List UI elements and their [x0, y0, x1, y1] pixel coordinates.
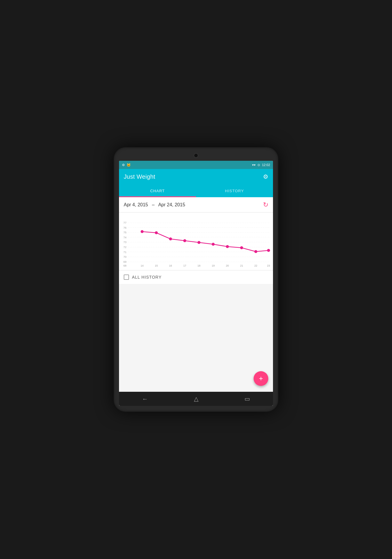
time-display: 12:02: [262, 163, 270, 167]
svg-text:14: 14: [141, 264, 144, 267]
content-area: +: [119, 284, 273, 392]
svg-point-31: [141, 230, 144, 233]
svg-text:75: 75: [123, 231, 126, 234]
svg-point-36: [212, 243, 215, 246]
screen: ⚙ 🐱 ▾▾ ⊙ 12:02 Just Weight ⚙ CHART HISTO…: [119, 161, 273, 406]
svg-text:70: 70: [123, 255, 126, 258]
notification-icon-1: ⚙: [122, 163, 125, 167]
tab-history[interactable]: HISTORY: [196, 184, 273, 197]
status-bar: ⚙ 🐱 ▾▾ ⊙ 12:02: [119, 161, 273, 169]
all-history-label: ALL HISTORY: [132, 275, 162, 280]
svg-text:15: 15: [155, 264, 158, 267]
signal-icon: ⊙: [257, 163, 260, 167]
svg-text:21: 21: [240, 264, 243, 267]
back-button[interactable]: ←: [142, 396, 148, 402]
app-title: Just Weight: [124, 173, 155, 180]
add-weight-button[interactable]: +: [254, 371, 268, 386]
svg-text:19: 19: [212, 264, 215, 267]
weight-chart: 77 76 75 74 73 72 71 70 69 68 14 15 16 1…: [119, 215, 273, 268]
svg-rect-1: [128, 218, 270, 262]
svg-text:71: 71: [123, 251, 126, 254]
svg-point-39: [254, 250, 257, 253]
date-range-bar: Apr 4, 2015 – Apr 24, 2015 ↻: [119, 197, 273, 212]
svg-text:72: 72: [123, 246, 126, 249]
svg-text:17: 17: [183, 264, 186, 267]
svg-text:73: 73: [123, 241, 126, 244]
date-start: Apr 4, 2015: [124, 202, 148, 207]
app-bar: Just Weight ⚙: [119, 169, 273, 184]
svg-text:18: 18: [197, 264, 200, 267]
svg-text:77: 77: [123, 221, 126, 224]
date-end: Apr 24, 2015: [158, 202, 185, 207]
refresh-button[interactable]: ↻: [263, 201, 268, 209]
svg-text:16: 16: [169, 264, 172, 267]
svg-point-33: [169, 237, 172, 240]
tab-chart[interactable]: CHART: [119, 184, 196, 197]
svg-point-34: [183, 239, 186, 242]
svg-point-38: [240, 246, 243, 249]
status-bar-left: ⚙ 🐱: [122, 163, 131, 167]
svg-text:68: 68: [123, 264, 126, 267]
svg-text:22: 22: [254, 264, 257, 267]
device: ⚙ 🐱 ▾▾ ⊙ 12:02 Just Weight ⚙ CHART HISTO…: [114, 147, 278, 412]
camera: [194, 153, 198, 158]
home-button[interactable]: △: [194, 395, 198, 402]
settings-button[interactable]: ⚙: [263, 173, 268, 180]
svg-point-37: [226, 245, 229, 248]
date-range-text: Apr 4, 2015 – Apr 24, 2015: [124, 202, 185, 207]
svg-point-35: [197, 241, 200, 244]
svg-text:23: 23: [267, 264, 270, 267]
svg-text:20: 20: [226, 264, 229, 267]
wifi-icon: ▾▾: [252, 163, 256, 167]
notification-icon-2: 🐱: [127, 163, 131, 167]
nav-bar: ← △ ▭: [119, 392, 273, 406]
tab-bar: CHART HISTORY: [119, 184, 273, 197]
chart-container: 77 76 75 74 73 72 71 70 69 68 14 15 16 1…: [119, 212, 273, 270]
status-bar-right: ▾▾ ⊙ 12:02: [252, 163, 270, 167]
svg-text:69: 69: [123, 260, 126, 263]
svg-point-32: [155, 231, 158, 234]
svg-text:76: 76: [123, 226, 126, 229]
recents-button[interactable]: ▭: [244, 395, 250, 402]
all-history-row[interactable]: ALL HISTORY: [119, 270, 273, 284]
all-history-checkbox[interactable]: [124, 275, 129, 280]
svg-text:74: 74: [123, 236, 126, 239]
date-separator: –: [152, 202, 155, 207]
svg-point-40: [267, 249, 270, 252]
